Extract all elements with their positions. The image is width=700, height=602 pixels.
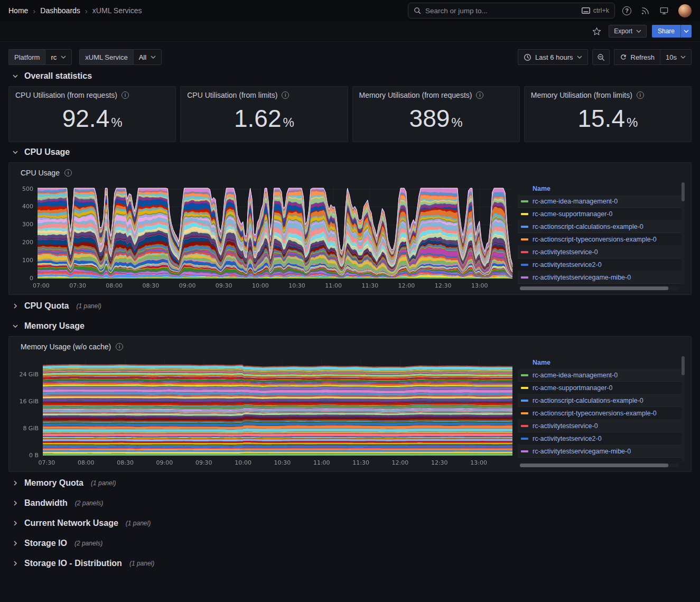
memory-usage-chart[interactable]: [15, 356, 515, 468]
breadcrumb-dashboards[interactable]: Dashboards: [40, 6, 80, 15]
series-name[interactable]: rc-actionscript-calculations-example-0: [533, 397, 643, 404]
keyboard-icon: [582, 7, 590, 14]
platform-value-text: rc: [51, 53, 57, 61]
stat-value: 92.4: [62, 106, 110, 131]
time-range-label: Last 6 hours: [535, 53, 573, 61]
legend-header-name[interactable]: Name: [518, 356, 685, 369]
legend-item[interactable]: rc-activitytestservice-0: [518, 246, 685, 258]
stat-panel: CPU Utilisation (from requests) 92.4 %: [8, 86, 176, 142]
share-label: Share: [658, 27, 675, 35]
series-name[interactable]: rc-acme-supportmanager-0: [533, 210, 612, 218]
series-name[interactable]: rc-acme-idea-management-0: [533, 198, 618, 205]
breadcrumb-home[interactable]: Home: [8, 6, 28, 15]
scrollbar-thumb[interactable]: [682, 356, 685, 375]
zoom-out-icon: [597, 53, 605, 61]
section-storage-io[interactable]: Storage IO (2 panels): [8, 533, 692, 553]
series-name[interactable]: rc-activitytestservice2-0: [533, 435, 602, 442]
series-name[interactable]: rc-acme-supportmanager-0: [533, 384, 612, 392]
legend-vertical-scrollbar[interactable]: [682, 182, 685, 285]
refresh-interval-picker[interactable]: 10s: [660, 49, 692, 65]
legend-item[interactable]: rc-activitytestservicegame-mibe-0: [518, 271, 685, 284]
legend-horizontal-scrollbar[interactable]: [520, 464, 679, 467]
legend-item[interactable]: rc-activitytestservice2-0: [518, 258, 685, 271]
monitor-icon[interactable]: [659, 6, 669, 15]
legend-item[interactable]: rc-acme-idea-management-0: [518, 195, 685, 208]
section-memory-usage[interactable]: Memory Usage: [8, 316, 692, 336]
export-button[interactable]: Export: [609, 25, 647, 38]
series-name[interactable]: rc-actionscript-typeconversions-example-…: [533, 236, 657, 243]
scrollbar-thumb[interactable]: [520, 464, 668, 467]
refresh-button[interactable]: Refresh: [614, 49, 660, 65]
legend-item[interactable]: rc-acme-supportmanager-0: [518, 208, 685, 220]
series-color-swatch: [521, 400, 528, 402]
nav-icons: [622, 4, 692, 17]
series-name[interactable]: rc-activitytestservice-0: [533, 422, 598, 430]
legend-item[interactable]: rc-activitytestservicegame-mibe-0: [518, 445, 685, 458]
legend-vertical-scrollbar[interactable]: [682, 356, 685, 462]
info-icon[interactable]: [122, 91, 129, 99]
info-icon[interactable]: [64, 169, 72, 177]
legend-item[interactable]: rc-acme-idea-management-0: [518, 369, 685, 382]
section-cpu-usage[interactable]: CPU Usage: [8, 142, 692, 162]
chevron-down-icon: [12, 149, 19, 156]
series-name[interactable]: rc-activitytestservice2-0: [533, 261, 602, 268]
stat-panel-header: CPU Utilisation (from limits): [187, 91, 341, 99]
platform-filter-value[interactable]: rc: [45, 49, 72, 65]
xuml-service-filter-value[interactable]: All: [133, 49, 162, 65]
series-name[interactable]: rc-activitytestservicegame-mibe-0: [533, 448, 631, 455]
cpu-panel-header[interactable]: CPU Usage: [21, 169, 685, 177]
section-current-network-usage[interactable]: Current Network Usage (1 panel): [8, 513, 692, 533]
scrollbar-thumb[interactable]: [682, 182, 685, 201]
xuml-service-filter: xUML Service All: [79, 49, 162, 65]
section-title: Current Network Usage: [24, 518, 118, 528]
series-color-swatch: [521, 264, 528, 266]
legend-item[interactable]: rc-actionscript-calculations-example-0: [518, 220, 685, 233]
refresh-icon: [620, 53, 627, 61]
news-rss-icon[interactable]: [641, 6, 650, 15]
legend-header-name[interactable]: Name: [518, 182, 685, 195]
section-bandwidth[interactable]: Bandwidth (2 panels): [8, 493, 692, 513]
legend-item[interactable]: rc-activitytestservice2-0: [518, 432, 685, 445]
series-name[interactable]: rc-activitytestservice-0: [533, 248, 598, 256]
time-range-picker[interactable]: Last 6 hours: [518, 49, 588, 65]
memory-panel-header[interactable]: Memory Usage (w/o cache): [21, 342, 685, 351]
series-name[interactable]: rc-activitytestservicegame-mibe-0: [533, 274, 631, 281]
user-avatar[interactable]: [678, 4, 692, 17]
stat-value: 389: [409, 106, 450, 131]
stat-panel-header: Memory Utilisation (from limits): [531, 91, 685, 99]
info-icon[interactable]: [282, 91, 289, 99]
share-button[interactable]: Share: [652, 25, 680, 38]
series-name[interactable]: rc-actionscript-calculations-example-0: [533, 223, 643, 230]
zoom-out-button[interactable]: [592, 49, 610, 65]
help-icon[interactable]: [622, 6, 631, 15]
section-title: Overall statistics: [24, 71, 92, 81]
legend-horizontal-scrollbar[interactable]: [520, 286, 679, 290]
legend-item[interactable]: rc-actionscript-typeconversions-example-…: [518, 233, 685, 246]
dashboard-body: Platform rc xUML Service All Last 6 hour…: [0, 42, 700, 583]
series-name[interactable]: rc-actionscript-typeconversions-example-…: [533, 410, 657, 417]
info-icon[interactable]: [476, 91, 483, 99]
info-icon[interactable]: [116, 343, 123, 350]
legend-item[interactable]: rc-activitytestservice-0: [518, 420, 685, 432]
star-button[interactable]: [590, 25, 603, 38]
scrollbar-thumb[interactable]: [520, 286, 668, 290]
series-color-swatch: [521, 387, 528, 389]
series-color-swatch: [521, 276, 528, 279]
search-input[interactable]: [425, 7, 577, 15]
legend-item[interactable]: rc-acme-supportmanager-0: [518, 382, 685, 394]
search-bar[interactable]: ctrl+k: [408, 3, 615, 18]
series-name[interactable]: rc-acme-idea-management-0: [533, 372, 618, 379]
section-storage-io-distribution[interactable]: Storage IO - Distribution (1 panel): [8, 553, 692, 573]
legend-item[interactable]: rc-actionscript-typeconversions-example-…: [518, 407, 685, 420]
cpu-panel-title: CPU Usage: [21, 169, 60, 177]
panel-count: (1 panel): [129, 560, 154, 567]
cpu-usage-chart[interactable]: [15, 182, 515, 291]
section-cpu-quota[interactable]: CPU Quota (1 panel): [8, 296, 692, 316]
export-label: Export: [614, 27, 632, 35]
section-memory-quota[interactable]: Memory Quota (1 panel): [8, 473, 692, 493]
info-icon[interactable]: [637, 91, 644, 99]
share-menu-button[interactable]: [680, 25, 692, 38]
legend-item[interactable]: rc-actionscript-calculations-example-0: [518, 394, 685, 407]
section-overall-statistics[interactable]: Overall statistics: [8, 66, 692, 86]
chevron-down-icon: [12, 322, 19, 330]
